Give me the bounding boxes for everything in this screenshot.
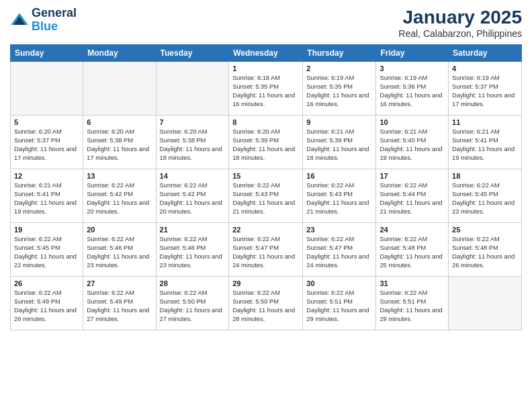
day-info: Sunrise: 6:22 AMSunset: 5:43 PMDaylight:… [232, 181, 299, 216]
week-row-2: 5Sunrise: 6:20 AMSunset: 5:37 PMDaylight… [11, 116, 522, 169]
calendar-cell: 19Sunrise: 6:22 AMSunset: 5:45 PMDayligh… [11, 223, 83, 277]
calendar-cell: 14Sunrise: 6:22 AMSunset: 5:42 PMDayligh… [156, 169, 229, 223]
day-number: 1 [232, 64, 299, 73]
calendar-cell: 30Sunrise: 6:22 AMSunset: 5:51 PMDayligh… [303, 277, 376, 330]
day-info: Sunrise: 6:20 AMSunset: 5:39 PMDaylight:… [232, 128, 299, 163]
calendar-cell [156, 62, 229, 116]
day-number: 30 [306, 279, 372, 287]
day-info: Sunrise: 6:18 AMSunset: 5:35 PMDaylight:… [232, 74, 299, 109]
day-number: 23 [306, 226, 372, 234]
day-info: Sunrise: 6:22 AMSunset: 5:47 PMDaylight:… [232, 235, 299, 270]
calendar-cell: 27Sunrise: 6:22 AMSunset: 5:49 PMDayligh… [83, 277, 156, 330]
day-number: 21 [160, 226, 226, 234]
day-number: 11 [452, 118, 518, 126]
header: General Blue January 2025 Real, Calabarz… [10, 7, 522, 39]
day-info: Sunrise: 6:22 AMSunset: 5:42 PMDaylight:… [87, 181, 152, 216]
day-number: 27 [87, 279, 152, 287]
calendar-cell: 2Sunrise: 6:19 AMSunset: 5:35 PMDaylight… [303, 62, 376, 116]
col-header-friday: Friday [376, 45, 449, 62]
title-block: January 2025 Real, Calabarzon, Philippin… [398, 7, 522, 39]
day-info: Sunrise: 6:22 AMSunset: 5:46 PMDaylight:… [87, 235, 152, 270]
day-info: Sunrise: 6:22 AMSunset: 5:42 PMDaylight:… [160, 181, 226, 216]
day-number: 3 [380, 64, 445, 73]
calendar-cell: 12Sunrise: 6:21 AMSunset: 5:41 PMDayligh… [11, 169, 83, 223]
day-number: 28 [160, 279, 226, 287]
calendar-cell: 1Sunrise: 6:18 AMSunset: 5:35 PMDaylight… [229, 62, 303, 116]
col-header-wednesday: Wednesday [229, 45, 303, 62]
day-number: 19 [14, 226, 79, 234]
day-number: 26 [14, 279, 79, 287]
calendar-cell: 25Sunrise: 6:22 AMSunset: 5:48 PMDayligh… [449, 223, 522, 277]
calendar-cell: 6Sunrise: 6:20 AMSunset: 5:38 PMDaylight… [83, 116, 156, 169]
col-header-monday: Monday [83, 45, 156, 62]
calendar-cell: 18Sunrise: 6:22 AMSunset: 5:45 PMDayligh… [449, 169, 522, 223]
calendar-cell: 7Sunrise: 6:20 AMSunset: 5:38 PMDaylight… [156, 116, 229, 169]
calendar-cell: 10Sunrise: 6:21 AMSunset: 5:40 PMDayligh… [376, 116, 449, 169]
calendar-cell: 15Sunrise: 6:22 AMSunset: 5:43 PMDayligh… [229, 169, 303, 223]
calendar-cell: 26Sunrise: 6:22 AMSunset: 5:49 PMDayligh… [11, 277, 83, 330]
day-info: Sunrise: 6:22 AMSunset: 5:50 PMDaylight:… [160, 289, 226, 324]
day-info: Sunrise: 6:22 AMSunset: 5:50 PMDaylight:… [232, 289, 299, 324]
day-info: Sunrise: 6:22 AMSunset: 5:51 PMDaylight:… [306, 289, 372, 324]
day-info: Sunrise: 6:20 AMSunset: 5:37 PMDaylight:… [14, 128, 79, 163]
day-info: Sunrise: 6:22 AMSunset: 5:44 PMDaylight:… [380, 181, 445, 216]
week-row-4: 19Sunrise: 6:22 AMSunset: 5:45 PMDayligh… [11, 223, 522, 277]
calendar-header: SundayMondayTuesdayWednesdayThursdayFrid… [11, 45, 522, 62]
day-info: Sunrise: 6:21 AMSunset: 5:40 PMDaylight:… [380, 128, 445, 163]
calendar-cell: 17Sunrise: 6:22 AMSunset: 5:44 PMDayligh… [376, 169, 449, 223]
calendar-cell: 8Sunrise: 6:20 AMSunset: 5:39 PMDaylight… [229, 116, 303, 169]
calendar-cell: 16Sunrise: 6:22 AMSunset: 5:43 PMDayligh… [303, 169, 376, 223]
calendar-cell [83, 62, 156, 116]
calendar-cell: 23Sunrise: 6:22 AMSunset: 5:47 PMDayligh… [303, 223, 376, 277]
logo-general: General [32, 7, 77, 20]
calendar-cell: 24Sunrise: 6:22 AMSunset: 5:48 PMDayligh… [376, 223, 449, 277]
day-number: 5 [14, 118, 79, 126]
day-number: 10 [380, 118, 445, 126]
day-number: 4 [452, 64, 518, 73]
calendar-cell: 11Sunrise: 6:21 AMSunset: 5:41 PMDayligh… [449, 116, 522, 169]
day-number: 17 [380, 172, 445, 180]
calendar-cell: 9Sunrise: 6:21 AMSunset: 5:39 PMDaylight… [303, 116, 376, 169]
day-info: Sunrise: 6:22 AMSunset: 5:49 PMDaylight:… [14, 289, 79, 324]
day-info: Sunrise: 6:20 AMSunset: 5:38 PMDaylight:… [160, 128, 226, 163]
day-number: 25 [452, 226, 518, 234]
calendar-body: 1Sunrise: 6:18 AMSunset: 5:35 PMDaylight… [11, 62, 522, 330]
day-info: Sunrise: 6:21 AMSunset: 5:39 PMDaylight:… [306, 128, 372, 163]
day-number: 9 [306, 118, 372, 126]
day-info: Sunrise: 6:22 AMSunset: 5:51 PMDaylight:… [380, 289, 445, 324]
day-number: 31 [380, 279, 445, 287]
col-header-thursday: Thursday [303, 45, 376, 62]
day-number: 2 [306, 64, 372, 73]
calendar-cell: 3Sunrise: 6:19 AMSunset: 5:36 PMDaylight… [376, 62, 449, 116]
logo-blue: Blue [32, 20, 77, 34]
day-number: 7 [160, 118, 226, 126]
calendar-cell: 20Sunrise: 6:22 AMSunset: 5:46 PMDayligh… [83, 223, 156, 277]
day-info: Sunrise: 6:22 AMSunset: 5:48 PMDaylight:… [380, 235, 445, 270]
day-info: Sunrise: 6:22 AMSunset: 5:45 PMDaylight:… [452, 181, 518, 216]
day-info: Sunrise: 6:22 AMSunset: 5:47 PMDaylight:… [306, 235, 372, 270]
subtitle: Real, Calabarzon, Philippines [398, 28, 522, 39]
day-info: Sunrise: 6:22 AMSunset: 5:48 PMDaylight:… [452, 235, 518, 270]
week-row-5: 26Sunrise: 6:22 AMSunset: 5:49 PMDayligh… [11, 277, 522, 330]
calendar-cell: 13Sunrise: 6:22 AMSunset: 5:42 PMDayligh… [83, 169, 156, 223]
day-number: 6 [87, 118, 152, 126]
day-info: Sunrise: 6:22 AMSunset: 5:43 PMDaylight:… [306, 181, 372, 216]
day-number: 14 [160, 172, 226, 180]
day-info: Sunrise: 6:21 AMSunset: 5:41 PMDaylight:… [452, 128, 518, 163]
day-number: 13 [87, 172, 152, 180]
col-header-saturday: Saturday [449, 45, 522, 62]
logo: General Blue [10, 7, 77, 34]
day-info: Sunrise: 6:19 AMSunset: 5:36 PMDaylight:… [380, 74, 445, 109]
day-info: Sunrise: 6:22 AMSunset: 5:49 PMDaylight:… [87, 289, 152, 324]
day-number: 29 [232, 279, 299, 287]
day-info: Sunrise: 6:22 AMSunset: 5:45 PMDaylight:… [14, 235, 79, 270]
page: General Blue January 2025 Real, Calabarz… [0, 0, 532, 411]
col-header-tuesday: Tuesday [156, 45, 229, 62]
logo-icon [10, 11, 29, 30]
week-row-1: 1Sunrise: 6:18 AMSunset: 5:35 PMDaylight… [11, 62, 522, 116]
calendar-cell [449, 277, 522, 330]
day-info: Sunrise: 6:22 AMSunset: 5:46 PMDaylight:… [160, 235, 226, 270]
day-number: 24 [380, 226, 445, 234]
calendar-cell: 29Sunrise: 6:22 AMSunset: 5:50 PMDayligh… [229, 277, 303, 330]
day-number: 18 [452, 172, 518, 180]
